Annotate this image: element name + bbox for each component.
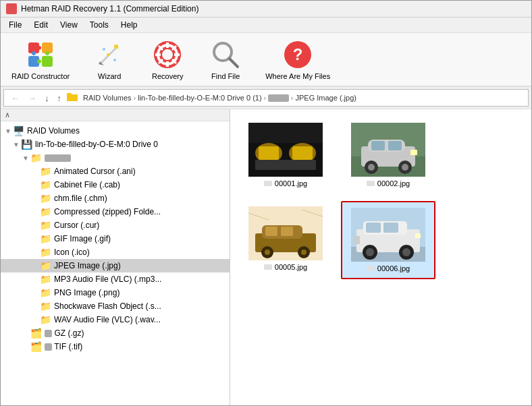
- main-area: ∧ ▼ 🖥️ RAID Volumes ▼ 💾 lin-To-be-filled…: [1, 109, 531, 406]
- svg-text:?: ?: [293, 45, 303, 63]
- tree-item-blurred-folder[interactable]: ▼ 📁: [1, 151, 230, 165]
- expand-animated-cursor: [30, 168, 40, 175]
- tree-item-animated-cursor[interactable]: 📁 Animated Cursor (.ani): [1, 165, 230, 178]
- svg-rect-48: [265, 227, 277, 236]
- svg-rect-49: [281, 227, 293, 236]
- tree-item-lin-drive[interactable]: ▼ 💾 lin-To-be-filled-by-O-E-M:0 Drive 0: [1, 138, 230, 151]
- find-file-button[interactable]: Find File: [202, 36, 249, 83]
- folder-chm-icon: 📁: [40, 193, 51, 204]
- wizard-label: Wizard: [98, 72, 121, 80]
- tree-item-raid-volumes[interactable]: ▼ 🖥️ RAID Volumes: [1, 124, 230, 138]
- tree-item-gif-image[interactable]: 📁 GIF Image (.gif): [1, 232, 230, 245]
- wizard-button[interactable]: Wizard: [86, 36, 133, 83]
- expand-blurred-folder[interactable]: ▼: [21, 154, 30, 162]
- svg-rect-44: [410, 150, 417, 155]
- magnifier-icon: [209, 38, 242, 71]
- svg-point-5: [32, 51, 36, 55]
- address-bar: ← → ↓ ↑ RAID Volumes › lin-To-be-filled-…: [3, 89, 529, 107]
- folder-gif-icon: 📁: [40, 233, 51, 244]
- path-part-3-blurred: [268, 94, 289, 102]
- folder-zip-icon: 📁: [40, 206, 51, 217]
- folder-png-icon: 📁: [40, 287, 51, 298]
- tree-label-gif-image: GIF Image (.gif): [54, 234, 111, 243]
- svg-point-13: [103, 48, 105, 51]
- folder-cursor-icon: 📁: [40, 220, 51, 231]
- down-arrow-button[interactable]: ↓: [42, 92, 52, 104]
- svg-rect-39: [388, 141, 402, 150]
- file-name-icon-00005: [264, 264, 272, 270]
- file-thumb-00002: [351, 123, 425, 177]
- tree-label-cabinet-file: Cabinet File (.cab): [54, 180, 120, 190]
- tree-item-chm-file[interactable]: 📁 chm.file (.chm): [1, 192, 230, 205]
- file-name-icon-00006: [367, 266, 375, 271]
- path-part-4: JPEG Image (.jpg): [295, 94, 356, 102]
- tree-item-png-image[interactable]: 📁 PNG Image (.png): [1, 286, 230, 299]
- expand-raid-volumes[interactable]: ▼: [3, 127, 13, 135]
- file-item-00002[interactable]: 00002.jpg: [341, 117, 435, 193]
- tree-item-cabinet-file[interactable]: 📁 Cabinet File (.cab): [1, 178, 230, 192]
- tree-header: ∧: [1, 109, 230, 121]
- tree-label-lin-drive: lin-To-be-filled-by-O-E-M:0 Drive 0: [35, 140, 158, 149]
- menu-view[interactable]: View: [55, 19, 83, 31]
- menu-help[interactable]: Help: [115, 19, 143, 31]
- window-title: Hetman RAID Recovery 1.1 (Commercial Edi…: [21, 4, 198, 13]
- tree-item-cursor[interactable]: 📁 Cursor (.cur): [1, 219, 230, 232]
- toolbar: RAID Constructor Wizard: [1, 33, 531, 87]
- up-button[interactable]: ↑: [55, 92, 65, 104]
- tree-item-compressed-zip[interactable]: 📁 Compressed (zipped) Folde...: [1, 205, 230, 219]
- tree-label-wav-audio: WAV Audio File (VLC) (.wav...: [54, 315, 161, 324]
- tree-label-gz-blurred: [45, 330, 52, 337]
- file-item-00001[interactable]: 00001.jpg: [238, 117, 333, 193]
- svg-rect-32: [292, 146, 313, 160]
- file-name-00005: 00005.jpg: [264, 263, 307, 271]
- tree-item-jpeg-image[interactable]: 📁 JPEG Image (.jpg): [1, 259, 230, 272]
- menu-file[interactable]: File: [3, 19, 27, 31]
- folder-wav-icon: 📁: [40, 314, 51, 325]
- menu-edit[interactable]: Edit: [28, 19, 53, 31]
- svg-rect-33: [255, 160, 316, 170]
- file-item-00005[interactable]: 00005.jpg: [238, 201, 333, 279]
- tree-label-gz: GZ (.gz): [52, 328, 84, 338]
- back-button[interactable]: ←: [8, 92, 22, 104]
- file-name-icon-00001: [264, 181, 272, 186]
- file-item-00006[interactable]: 00006.jpg: [341, 201, 435, 279]
- expand-lin-drive[interactable]: ▼: [11, 141, 21, 148]
- file-thumb-00006: [351, 208, 425, 262]
- svg-line-22: [230, 59, 238, 67]
- folder-mp3-icon: 📁: [40, 274, 51, 285]
- svg-rect-38: [371, 141, 385, 150]
- file-panel: 00001.jpg: [230, 109, 531, 406]
- svg-point-65: [402, 248, 410, 256]
- tree-item-gz-folder[interactable]: 🗂️ GZ (.gz): [1, 326, 230, 340]
- folder-tif-icon: 🗂️: [30, 341, 42, 352]
- tree-label-animated-cursor: Animated Cursor (.ani): [54, 167, 136, 176]
- help-red-icon: ?: [282, 38, 314, 71]
- tree-label-tif-blurred: [45, 343, 52, 351]
- tree-item-shockwave[interactable]: 📁 Shockwave Flash Object (.s...: [1, 299, 230, 313]
- svg-rect-3: [42, 56, 53, 67]
- tree-item-tif-folder[interactable]: 🗂️ TIF (.tif): [1, 340, 230, 353]
- menu-bar: File Edit View Tools Help: [1, 18, 531, 33]
- folder-ico-icon: 📁: [40, 247, 51, 258]
- recovery-button[interactable]: Recovery: [144, 36, 191, 83]
- svg-point-12: [107, 53, 109, 56]
- forward-button[interactable]: →: [25, 92, 39, 104]
- svg-point-4: [37, 46, 41, 50]
- svg-rect-66: [415, 233, 421, 238]
- tree-item-icon-ico[interactable]: 📁 Icon (.ico): [1, 245, 230, 259]
- tree-label-jpeg-image: JPEG Image (.jpg): [54, 261, 121, 270]
- wizard-icon: [93, 38, 126, 71]
- where-are-my-files-button[interactable]: ? Where Are My Files: [260, 36, 336, 83]
- file-thumb-00001: [248, 123, 323, 177]
- address-path: RAID Volumes › lin-To-be-filled-by-O-E-M…: [83, 94, 524, 102]
- app-icon: [6, 3, 17, 14]
- tree-label-png-image: PNG Image (.png): [54, 288, 119, 297]
- tree-label-raid-volumes: RAID Volumes: [27, 126, 80, 136]
- tree-item-mp3-audio[interactable]: 📁 MP3 Audio File (VLC) (.mp3...: [1, 272, 230, 286]
- hdd-icon: 🖥️: [13, 125, 24, 136]
- tree-item-wav-audio[interactable]: 📁 WAV Audio File (VLC) (.wav...: [1, 313, 230, 326]
- menu-tools[interactable]: Tools: [84, 19, 114, 31]
- folder-blurred-icon: 📁: [30, 152, 42, 163]
- path-part-2: lin-To-be-filled-by-O-E-M:0 Drive 0 (1): [138, 94, 261, 102]
- raid-constructor-button[interactable]: RAID Constructor: [6, 36, 75, 83]
